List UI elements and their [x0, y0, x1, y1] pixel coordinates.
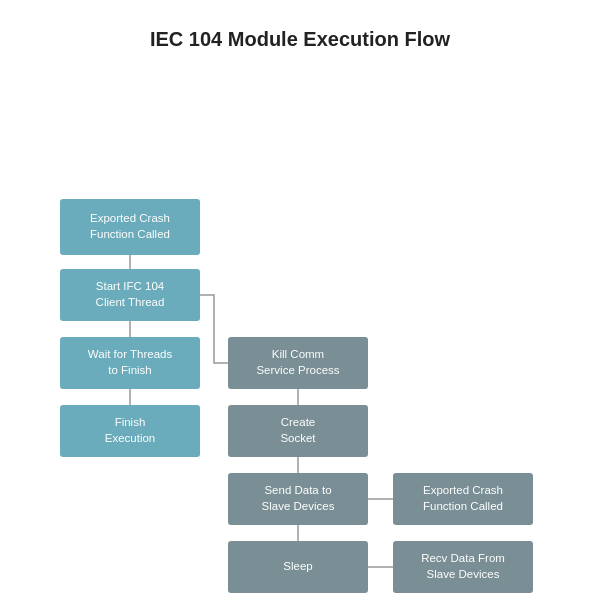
wait-for-threads: Wait for Threadsto Finish [60, 337, 200, 389]
sleep: Sleep [228, 541, 368, 593]
exported-crash-function-1: Exported CrashFunction Called [60, 199, 200, 255]
start-ifc-thread: Start IFC 104Client Thread [60, 269, 200, 321]
send-data-to-slaves: Send Data toSlave Devices [228, 473, 368, 525]
diagram: Exported CrashFunction Called Start IFC … [0, 69, 600, 589]
page-title: IEC 104 Module Execution Flow [0, 0, 600, 69]
page: IEC 104 Module Execution Flow Expor [0, 0, 600, 600]
create-socket: CreateSocket [228, 405, 368, 457]
finish-execution: FinishExecution [60, 405, 200, 457]
exported-crash-function-2: Exported CrashFunction Called [393, 473, 533, 525]
recv-data-from-slaves: Recv Data FromSlave Devices [393, 541, 533, 593]
kill-comm-service: Kill CommService Process [228, 337, 368, 389]
